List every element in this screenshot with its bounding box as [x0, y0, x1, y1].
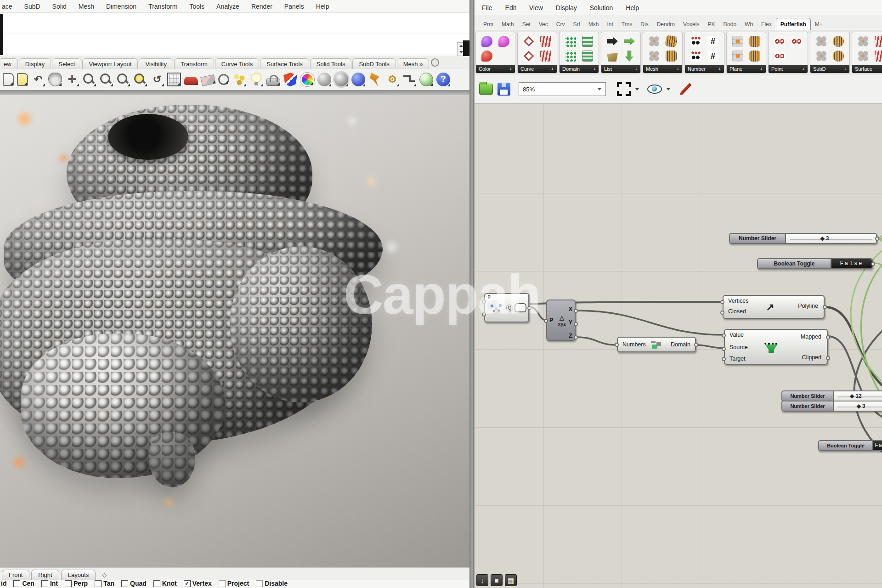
- osnap-knot[interactable]: Knot: [153, 580, 177, 587]
- osnap-disable[interactable]: Disable: [256, 580, 288, 587]
- subd-faces-icon[interactable]: [816, 51, 827, 62]
- paste-icon[interactable]: [17, 73, 28, 86]
- viewport-tab-add-icon[interactable]: ◇: [97, 570, 111, 580]
- gh-menu-view[interactable]: View: [529, 4, 543, 11]
- domain-range-icon[interactable]: [565, 51, 576, 62]
- gh-tab-vec[interactable]: Vec: [535, 18, 552, 30]
- panel-grid-icon[interactable]: ▦: [505, 574, 517, 586]
- slider-track[interactable]: ◆ 12: [834, 391, 882, 401]
- menu-mesh[interactable]: Mesh: [79, 3, 94, 10]
- lock-icon[interactable]: [266, 79, 280, 86]
- gh-tab-prm[interactable]: Prm: [479, 18, 498, 30]
- eraser-icon[interactable]: [200, 74, 216, 86]
- list-item-icon[interactable]: [607, 36, 618, 47]
- gh-tab-set[interactable]: Set: [518, 18, 535, 30]
- zoom-extents-dropdown-icon[interactable]: [635, 88, 639, 90]
- input-port-vertices[interactable]: [720, 300, 724, 304]
- slider-grip[interactable]: ◆ 3: [820, 235, 829, 242]
- list-reverse-icon[interactable]: [624, 51, 635, 62]
- gear-icon[interactable]: ⚙: [385, 73, 399, 86]
- menu-dimension[interactable]: Dimension: [106, 3, 136, 10]
- bounds-node[interactable]: Numbers Domain: [617, 337, 696, 352]
- output-port-x[interactable]: [574, 309, 578, 313]
- slider-grip[interactable]: ◆ 12: [850, 393, 862, 399]
- undo-icon[interactable]: ↶: [31, 73, 45, 86]
- tab-overflow-icon[interactable]: [431, 58, 439, 67]
- panel-label-plane[interactable]: Plane+: [727, 65, 766, 73]
- param-component-node[interactable]: P Q: [484, 293, 529, 322]
- gh-menu-help[interactable]: Help: [626, 4, 639, 11]
- zoom-icon[interactable]: [82, 73, 96, 86]
- checkbox[interactable]: [153, 580, 160, 587]
- color-gradient-icon[interactable]: [481, 36, 492, 47]
- output-port[interactable]: [527, 306, 531, 310]
- zoom-target-icon[interactable]: [133, 73, 147, 86]
- menu-surface-partial[interactable]: ace: [2, 3, 12, 10]
- input-port-closed[interactable]: [720, 311, 724, 315]
- checkbox-checked[interactable]: ✓: [184, 580, 191, 587]
- sphere-shaded-icon[interactable]: [334, 73, 348, 86]
- gh-tab-pk[interactable]: PK: [703, 18, 719, 30]
- output-port[interactable]: [875, 237, 879, 241]
- toggle-value[interactable]: False: [873, 441, 882, 450]
- plane-array-icon[interactable]: [749, 36, 760, 47]
- deconstruct-point-node[interactable]: P xyz X Y Z: [546, 300, 576, 341]
- output-port[interactable]: [871, 262, 875, 266]
- subd-fuse-icon[interactable]: [833, 36, 844, 47]
- rhino-3d-viewport[interactable]: [0, 95, 469, 567]
- osnap-cen[interactable]: Cen: [13, 580, 34, 587]
- bulb-icon[interactable]: [249, 73, 263, 86]
- checkbox[interactable]: [65, 580, 72, 587]
- viewport-tab-right[interactable]: Right: [31, 570, 59, 580]
- checkbox[interactable]: [41, 580, 48, 587]
- checkbox[interactable]: [13, 580, 20, 587]
- output-port[interactable]: [694, 343, 698, 347]
- grid-icon[interactable]: [167, 73, 181, 86]
- gh-tab-msh[interactable]: Msh: [584, 18, 603, 30]
- number-series-icon[interactable]: [690, 51, 701, 62]
- curve-rebuild-icon[interactable]: [523, 36, 534, 47]
- menu-analyze[interactable]: Analyze: [216, 3, 239, 10]
- input-port[interactable]: [615, 343, 619, 347]
- solid-square-icon[interactable]: ■: [491, 574, 503, 586]
- point-construct-icon[interactable]: [774, 36, 785, 47]
- input-port-p[interactable]: [544, 319, 548, 323]
- zoom-window-icon[interactable]: [99, 73, 113, 86]
- checkbox[interactable]: [95, 580, 102, 587]
- help-icon[interactable]: ?: [436, 73, 450, 86]
- input-port-target[interactable]: [722, 357, 726, 361]
- tab-subd-tools[interactable]: SubD Tools: [352, 58, 396, 69]
- gh-tab-dendro[interactable]: Dendro: [653, 18, 679, 30]
- surface-loft-icon[interactable]: [875, 36, 882, 47]
- input-port[interactable]: [482, 300, 486, 304]
- subd-from-mesh-icon[interactable]: [816, 36, 827, 47]
- color-swatch-icon[interactable]: [498, 36, 509, 47]
- tab-curve-tools[interactable]: Curve Tools: [215, 58, 259, 69]
- output-port-y[interactable]: [574, 322, 578, 326]
- domain-remap-icon[interactable]: [582, 36, 593, 47]
- osnap-perp[interactable]: Perp: [65, 580, 88, 587]
- number-slider-node-a[interactable]: Number Slider ◆ 12: [781, 390, 882, 401]
- grasshopper-canvas[interactable]: Number Slider ◆ 3 Boolean Toggle False: [475, 104, 882, 588]
- input-port-source[interactable]: [722, 347, 726, 351]
- panel-label-surface[interactable]: Surface+: [852, 65, 882, 73]
- shield-icon[interactable]: [283, 73, 297, 86]
- boolean-toggle-node-bottom[interactable]: Boolean Toggle False: [818, 440, 882, 451]
- domain-divide-icon[interactable]: [565, 36, 576, 47]
- menu-help[interactable]: Help: [316, 3, 329, 10]
- remap-numbers-node[interactable]: Value Source Target Mapped Clipped: [724, 329, 828, 365]
- gh-tab-int[interactable]: Int: [603, 18, 617, 30]
- panel-label-domain[interactable]: Domain+: [560, 65, 599, 73]
- checkbox[interactable]: [219, 580, 226, 587]
- gh-tab-flex[interactable]: Flex: [757, 18, 776, 30]
- tab-setview-partial[interactable]: ew: [1, 58, 18, 69]
- output-port-mapped[interactable]: [826, 335, 830, 339]
- input-port[interactable]: [482, 312, 486, 317]
- group-icon[interactable]: [232, 73, 246, 86]
- plane-surface-icon[interactable]: [732, 51, 743, 62]
- plane-grid-icon[interactable]: [732, 36, 743, 47]
- move-icon[interactable]: ✛: [65, 73, 79, 86]
- gh-tab-pufferfish-active[interactable]: Pufferfish: [776, 18, 811, 30]
- panel-label-number[interactable]: Number+: [685, 65, 724, 73]
- mesh-construct-icon[interactable]: [649, 36, 660, 47]
